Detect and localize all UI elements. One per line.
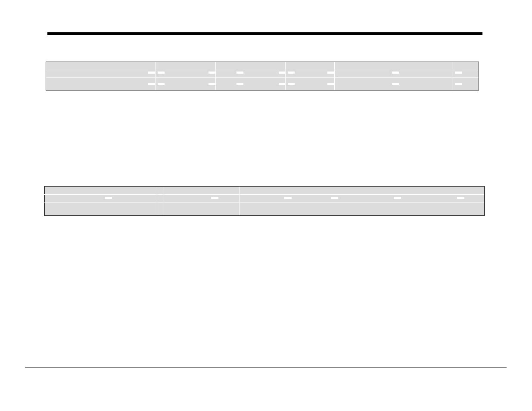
table-1-cell: [148, 83, 155, 85]
table-1-col-divider: [334, 62, 335, 90]
table-1-col-divider: [155, 62, 156, 90]
table-1-col-divider: [215, 62, 216, 90]
table-2-col-divider: [239, 187, 240, 215]
table-1-cell: [455, 83, 462, 85]
table-1-cell: [236, 72, 243, 74]
bottom-horizontal-rule: [25, 367, 507, 367]
table-2-cell: [457, 197, 464, 199]
document-page: [0, 0, 532, 411]
table-1-cell: [392, 72, 399, 74]
table-1-row-divider: [46, 77, 479, 78]
table-2-row-divider: [44, 194, 484, 195]
table-1-cell: [327, 83, 334, 85]
table-1-cell: [327, 72, 334, 74]
table-2-row-divider: [44, 202, 484, 202]
table-2-cell: [331, 197, 338, 199]
table-1-cell: [279, 72, 286, 74]
table-2: [44, 186, 485, 216]
table-2-cell: [211, 197, 218, 199]
table-1-cell: [148, 72, 155, 74]
table-1: [46, 62, 479, 90]
table-1-cell: [288, 83, 295, 85]
top-horizontal-rule: [47, 32, 482, 35]
table-2-col-divider: [164, 187, 164, 215]
table-1-row-divider: [46, 70, 479, 70]
table-1-cell: [158, 72, 165, 74]
table-1-cell: [455, 72, 462, 74]
table-1-cell: [208, 72, 215, 74]
table-1-cell: [392, 83, 399, 85]
table-2-left-border: [44, 187, 45, 215]
table-2-cell: [394, 197, 401, 199]
table-1-cell: [208, 83, 215, 85]
table-1-cell: [158, 83, 165, 85]
table-2-cell: [284, 197, 292, 199]
table-1-col-divider: [285, 62, 286, 90]
table-1-cell: [236, 83, 243, 85]
table-1-col-divider: [452, 62, 452, 90]
table-2-col-divider: [157, 187, 157, 215]
table-1-cell: [279, 83, 286, 85]
table-2-cell: [105, 197, 112, 199]
table-1-cell: [288, 72, 295, 74]
